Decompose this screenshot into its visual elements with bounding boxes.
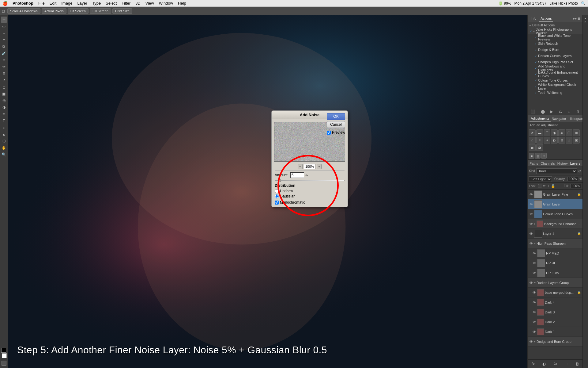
fill-value[interactable]: 100% — [570, 184, 581, 188]
actions-play-btn[interactable]: ▶ — [550, 109, 553, 114]
adj-gradient-icon[interactable]: ▣ — [573, 137, 580, 144]
tab-info[interactable]: Info — [530, 16, 537, 21]
apple-menu[interactable]: 🍎 — [2, 1, 8, 6]
amount-slider[interactable] — [275, 180, 345, 181]
blend-mode-select[interactable]: Soft Light — [529, 176, 552, 182]
tool-brush[interactable]: ✏ — [1, 64, 7, 70]
layer-vis-icon[interactable]: 👁 — [529, 192, 533, 197]
tool-healing[interactable]: ⊕ — [1, 57, 7, 63]
layer-vis-icon5[interactable]: 👁 — [529, 232, 533, 236]
panel-collapse-btn[interactable]: ▸▸ — [573, 17, 577, 21]
quick-mask-mode[interactable] — [2, 361, 6, 366]
filter-toggle[interactable]: ⊙ — [578, 169, 581, 173]
tool-history[interactable]: ↺ — [1, 77, 7, 83]
panel-menu-btn[interactable]: ☰ — [578, 17, 581, 21]
layer-vis-icon3[interactable]: 👁 — [529, 212, 533, 216]
layer-vis-icon6[interactable]: 👁 — [529, 241, 533, 246]
adj-curves-icon[interactable]: ⌒ — [544, 129, 550, 136]
menu-help[interactable]: Help — [178, 1, 186, 6]
adj-photofilter-icon[interactable]: ⌂ — [529, 137, 536, 144]
tool-zoom[interactable]: 🔍 — [1, 151, 7, 158]
lock-paint-btn[interactable]: ✏ — [543, 184, 546, 188]
action-shadows[interactable]: ✓ Add Shadows and Highlights — [528, 65, 582, 71]
layer-vis-icon11[interactable]: 👁 — [532, 290, 536, 295]
zoom-out-btn[interactable]: − — [298, 164, 303, 169]
menu-type[interactable]: Type — [92, 1, 101, 6]
tab-adjustments[interactable]: Adjustments — [530, 116, 551, 121]
menu-3d[interactable]: 3D — [135, 1, 141, 6]
action-dodgeburn[interactable]: ✓ Dodge & Burn — [528, 47, 582, 53]
action-skinretouch[interactable]: ✓ Skin Retouch — [528, 40, 582, 47]
action-folder-default[interactable]: ▸ Default Actions — [528, 22, 582, 28]
action-whitebg[interactable]: ✓ White Background Check Layer — [528, 83, 582, 90]
adj-vibrance-icon[interactable]: ◈ — [558, 129, 565, 136]
new-group-btn[interactable]: 🗂 — [552, 361, 558, 367]
tool-marquee[interactable]: ▭ — [1, 23, 7, 29]
layer-vis-icon9[interactable]: 👁 — [532, 271, 536, 275]
layer-group-dodgeburn[interactable]: 👁 ▸ Dodge and Burn Group — [528, 337, 582, 347]
ok-button[interactable]: OK — [327, 113, 345, 120]
tool-dodge[interactable]: ◑ — [1, 104, 7, 110]
lock-transparent-btn[interactable]: ⬛ — [537, 184, 542, 188]
menu-filter[interactable]: Filter — [122, 1, 130, 6]
menu-select[interactable]: Select — [106, 1, 117, 6]
layer-dark1[interactable]: 👁 Dark 1 — [528, 327, 582, 337]
scroll-all-btn[interactable]: Scroll All Windows — [7, 8, 40, 14]
adj-colorlookup-icon[interactable]: ✦ — [544, 137, 550, 144]
menu-image[interactable]: Image — [61, 1, 72, 6]
layer-vis-icon2[interactable]: 👁 — [529, 202, 533, 206]
layer-1[interactable]: 👁 Layer 1 🔒 — [528, 229, 582, 239]
action-colourtone[interactable]: ✓ Colour Tone Curves — [528, 77, 582, 83]
adj-brightness-icon[interactable]: ☀ — [529, 129, 536, 136]
adj-threshold-icon[interactable]: ⊿ — [566, 137, 572, 144]
layer-vis-icon4[interactable]: 👁 — [529, 222, 533, 226]
actions-new-btn[interactable]: □ — [568, 109, 570, 114]
layer-vis-icon10[interactable]: 👁 — [529, 281, 533, 285]
lock-all-btn[interactable]: 🔒 — [551, 184, 555, 188]
tool-clone[interactable]: ⊞ — [1, 71, 7, 77]
add-mask-btn[interactable]: ◐ — [541, 361, 547, 367]
layer-vis-icon12[interactable]: 👁 — [532, 300, 536, 305]
layer-group-highpass[interactable]: 👁 ▾ High Pass Sharpen — [528, 239, 582, 248]
layer-colourtone[interactable]: 👁 Colour Tone Curves — [528, 209, 582, 219]
menu-file[interactable]: File — [38, 1, 45, 6]
action-folder-jakehicks[interactable]: ✓ ▾ Jake Hicks Photography Worksh... — [528, 28, 582, 34]
add-style-btn[interactable]: fx — [530, 361, 536, 367]
tool-3d[interactable]: ⬡ — [1, 138, 7, 144]
tool-patselect[interactable]: ⬦ — [1, 125, 7, 131]
app-name[interactable]: Photoshop — [13, 1, 33, 6]
gaussian-radio[interactable] — [275, 194, 279, 198]
actions-stop-btn[interactable]: ⬛ — [530, 109, 535, 114]
layer-vis-icon13[interactable]: 👁 — [532, 310, 536, 314]
collapse-btn[interactable]: ▸▸ — [584, 17, 587, 23]
kind-filter-select[interactable]: Kind — [536, 168, 577, 174]
layer-vis-icon8[interactable]: 👁 — [532, 261, 536, 265]
zoom-in-btn[interactable]: + — [317, 164, 322, 169]
menu-view[interactable]: View — [145, 1, 154, 6]
menu-layer[interactable]: Layer — [77, 1, 87, 6]
cancel-button[interactable]: Cancel — [327, 121, 345, 128]
layer-dark2[interactable]: 👁 Dark 2 — [528, 317, 582, 327]
adj-selective-icon[interactable]: ◙ — [529, 144, 536, 151]
action-teeth[interactable]: ✓ Teeth Whitening — [528, 90, 582, 96]
tab-channels[interactable]: Channels — [541, 162, 555, 165]
tool-eraser[interactable]: ◻ — [1, 84, 7, 90]
tool-move[interactable]: ⊹ — [1, 17, 7, 23]
layer-group-bgenhance[interactable]: 👁 ▸ Background Enhanceme... — [528, 219, 582, 229]
actions-delete-btn[interactable]: 🗑 — [576, 109, 580, 114]
tool-gradient[interactable]: ▣ — [1, 91, 7, 97]
fill-screen-btn[interactable]: Fill Screen — [90, 8, 111, 14]
layer-vis-icon16[interactable]: 👁 — [529, 339, 533, 344]
menu-edit[interactable]: Edit — [50, 1, 56, 6]
uniform-radio[interactable] — [275, 189, 279, 193]
adj-posterize-icon[interactable]: ⊟ — [558, 137, 565, 144]
adj-hsl-icon[interactable]: ⬡ — [566, 129, 572, 136]
tab-layers[interactable]: Layers — [570, 162, 580, 165]
print-size-btn[interactable]: Print Size — [112, 8, 132, 14]
tab-history[interactable]: History — [557, 162, 568, 165]
actions-record-btn[interactable]: ⬤ — [541, 109, 545, 114]
layer-hp-med[interactable]: 👁 HP MED — [528, 248, 582, 258]
layer-group-darken[interactable]: 👁 ▾ Darken Layers Group — [528, 278, 582, 288]
tool-crop[interactable]: ⧉ — [1, 44, 7, 50]
action-sharpen[interactable]: ✓ Sharpen High Pass Set — [528, 59, 582, 65]
